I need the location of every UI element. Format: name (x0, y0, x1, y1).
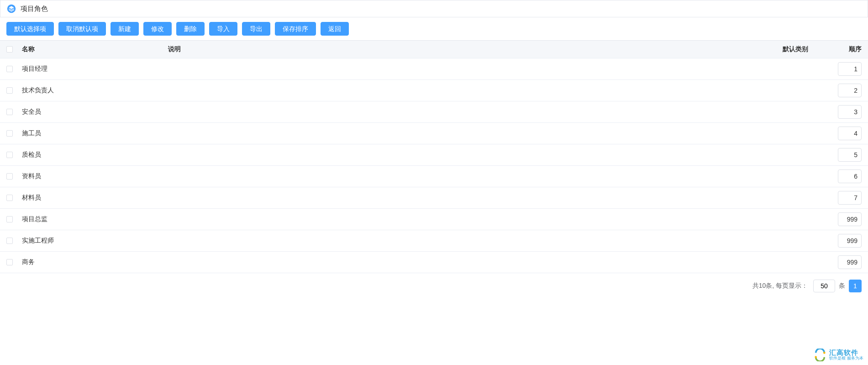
cell-name: 技术负责人 (20, 86, 166, 95)
table-row[interactable]: 商务 (0, 252, 868, 273)
cancel-default-button[interactable]: 取消默认项 (58, 22, 106, 36)
delete-button[interactable]: 删除 (176, 22, 205, 36)
export-button[interactable]: 导出 (242, 22, 270, 36)
table-row[interactable]: 施工员 (0, 123, 868, 144)
cell-name: 项目总监 (20, 215, 166, 223)
page-number-1[interactable]: 1 (849, 280, 862, 292)
cell-name: 质检员 (20, 151, 166, 159)
order-input[interactable] (838, 105, 862, 119)
page-size-input[interactable] (813, 280, 835, 292)
row-checkbox[interactable] (6, 66, 13, 72)
order-input[interactable] (838, 212, 862, 226)
save-sort-button[interactable]: 保存排序 (275, 22, 316, 36)
cell-order (825, 105, 862, 119)
column-header-order: 顺序 (825, 45, 862, 53)
import-button[interactable]: 导入 (209, 22, 237, 36)
new-button[interactable]: 新建 (110, 22, 139, 36)
table-row[interactable]: 实施工程师 (0, 230, 868, 252)
layers-icon (7, 4, 16, 13)
row-checkbox[interactable] (6, 216, 13, 222)
row-checkbox[interactable] (6, 87, 13, 94)
page-title: 项目角色 (21, 5, 48, 13)
select-all-checkbox[interactable] (6, 46, 13, 53)
order-input[interactable] (838, 84, 862, 97)
cell-name: 安全员 (20, 108, 166, 116)
cell-order (825, 255, 862, 269)
cell-order (825, 148, 862, 162)
table-row[interactable]: 材料员 (0, 187, 868, 209)
cell-name: 商务 (20, 258, 166, 266)
cell-name: 材料员 (20, 194, 166, 202)
cell-order (825, 191, 862, 205)
page-header: 项目角色 (0, 0, 868, 17)
cell-name: 实施工程师 (20, 237, 166, 245)
cell-name: 资料员 (20, 172, 166, 180)
table-row[interactable]: 资料员 (0, 166, 868, 187)
row-checkbox[interactable] (6, 195, 13, 201)
cell-order (825, 84, 862, 97)
column-header-desc: 说明 (166, 45, 766, 53)
order-input[interactable] (838, 191, 862, 205)
row-checkbox[interactable] (6, 109, 13, 115)
pagination: 共10条, 每页显示： 条 1 (0, 273, 868, 299)
order-input[interactable] (838, 62, 862, 76)
column-header-name: 名称 (20, 45, 166, 53)
cell-order (825, 234, 862, 248)
default-select-button[interactable]: 默认选择项 (6, 22, 54, 36)
cell-order (825, 212, 862, 226)
cell-order (825, 127, 862, 140)
table-row[interactable]: 项目总监 (0, 209, 868, 230)
row-checkbox[interactable] (6, 152, 13, 158)
pagination-unit: 条 (839, 282, 845, 290)
table-row[interactable]: 技术负责人 (0, 80, 868, 101)
cell-order (825, 169, 862, 183)
row-checkbox[interactable] (6, 130, 13, 137)
order-input[interactable] (838, 127, 862, 140)
order-input[interactable] (838, 148, 862, 162)
toolbar: 默认选择项取消默认项新建修改删除导入导出保存排序返回 (0, 17, 868, 41)
order-input[interactable] (838, 234, 862, 248)
cell-name: 项目经理 (20, 65, 166, 73)
table-header: 名称 说明 默认类别 顺序 (0, 41, 868, 58)
order-input[interactable] (838, 255, 862, 269)
table-row[interactable]: 质检员 (0, 144, 868, 166)
order-input[interactable] (838, 169, 862, 183)
pagination-total: 共10条, 每页显示： (752, 282, 808, 290)
column-header-default: 默认类别 (766, 45, 825, 53)
row-checkbox[interactable] (6, 238, 13, 244)
row-checkbox[interactable] (6, 259, 13, 265)
edit-button[interactable]: 修改 (143, 22, 172, 36)
cell-order (825, 62, 862, 76)
role-table: 名称 说明 默认类别 顺序 项目经理技术负责人安全员施工员质检员资料员材料员项目… (0, 41, 868, 273)
table-row[interactable]: 项目经理 (0, 58, 868, 80)
row-checkbox[interactable] (6, 173, 13, 180)
back-button[interactable]: 返回 (321, 22, 349, 36)
cell-name: 施工员 (20, 129, 166, 138)
table-row[interactable]: 安全员 (0, 101, 868, 123)
